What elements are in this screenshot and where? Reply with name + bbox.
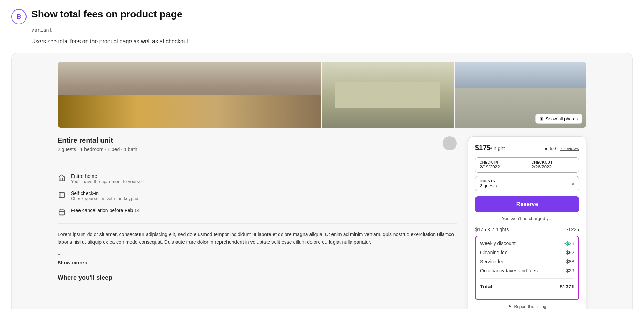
base-fee-label: $175 × 7 nights <box>475 227 509 232</box>
rating-separator: · <box>557 146 559 151</box>
checkout-field[interactable]: CHECKOUT 2/26/2022 <box>527 158 579 172</box>
date-fields[interactable]: CHECK-IN 2/19/2022 CHECKOUT 2/26/2022 <box>475 157 579 173</box>
rating-value: 5.0 <box>549 146 556 151</box>
variant-label: variant <box>31 27 633 33</box>
total-value: $1371 <box>560 284 574 289</box>
chevron-right-icon: › <box>85 260 87 265</box>
listing-info-left: Entire rental unit 2 guests · 1 bedroom … <box>58 136 443 159</box>
booking-card: $175 / night ★ 5.0 · 7 reviews CHECK-IN <box>468 136 586 309</box>
description-text: Lorem ipsum dolor sit amet, consectetur … <box>58 231 457 246</box>
description-ellipsis: ... <box>58 249 457 257</box>
occupancy-fee-row: Occupancy taxes and fees $29 <box>480 268 574 273</box>
where-sleep-title: Where you'll sleep <box>58 274 457 281</box>
guests-value: 2 guests <box>480 183 497 188</box>
occupancy-fee-label: Occupancy taxes and fees <box>480 268 538 273</box>
page-header: B Show total fees on product page <box>11 8 633 24</box>
page-description: Users see total fees on the product page… <box>31 38 633 45</box>
listing-left: Entire rental unit 2 guests · 1 bedroom … <box>58 136 457 309</box>
feature-cancellation-text: Free cancellation before Feb 14 <box>71 208 140 213</box>
checkin-field[interactable]: CHECK-IN 2/19/2022 <box>475 158 527 172</box>
description-block: Lorem ipsum dolor sit amet, consectetur … <box>58 223 457 266</box>
service-fee-label: Service fee <box>480 259 504 264</box>
checkin-icon <box>58 191 66 199</box>
rating-row: ★ 5.0 · 7 reviews <box>544 146 579 151</box>
listing-details-row: 2 guests · 1 bedroom · 1 bed · 1 bath <box>58 146 443 152</box>
checkout-value: 2/26/2022 <box>532 164 575 169</box>
listing-content: Entire rental unit 2 guests · 1 bedroom … <box>58 136 586 309</box>
cleaning-fee-label: Cleaning fee <box>480 250 508 255</box>
reserve-button[interactable]: Reserve <box>475 196 579 212</box>
service-fee-value: $83 <box>566 259 574 264</box>
listing-right: $175 / night ★ 5.0 · 7 reviews CHECK-IN <box>468 136 586 309</box>
base-fee-row: $175 × 7 nights $1225 <box>475 227 579 232</box>
report-listing-label: Report this listing <box>514 304 546 309</box>
guests-info: GUESTS 2 guests <box>480 179 497 188</box>
show-more-label: Show more <box>58 260 84 265</box>
photos-wrapper: ⊞ Show all photos <box>23 62 621 128</box>
listing-details-text: 2 guests · 1 bedroom · 1 bed · 1 bath <box>58 146 137 152</box>
feature-title-1: Self check-in <box>71 190 140 196</box>
weekly-discount-value: -$28 <box>564 241 574 246</box>
feature-list: Entire home You'll have the apartment to… <box>58 166 457 216</box>
feature-title-0: Entire home <box>71 173 144 179</box>
photo-building: ⊞ Show all photos <box>455 62 586 128</box>
occupancy-fee-value: $29 <box>566 268 574 273</box>
home-icon <box>58 174 66 182</box>
chevron-down-icon: ∨ <box>571 181 575 186</box>
fee-divider <box>480 278 574 279</box>
cleaning-fee-value: $62 <box>566 250 574 255</box>
feature-entire-home-text: Entire home You'll have the apartment to… <box>71 173 144 184</box>
reviews-link[interactable]: 7 reviews <box>560 146 579 151</box>
feature-cancellation: Free cancellation before Feb 14 <box>58 208 457 216</box>
checkin-value: 2/19/2022 <box>480 164 523 169</box>
report-listing-link[interactable]: ⚑ Report this listing <box>475 304 579 309</box>
svg-rect-0 <box>59 193 65 198</box>
preview-container: ⊞ Show all photos Entire rental unit 2 g… <box>11 53 633 309</box>
weekly-discount-label: Weekly discount <box>480 241 516 246</box>
highlighted-fees-box: Weekly discount -$28 Cleaning fee $62 Se… <box>475 236 579 300</box>
listing-type: Entire rental unit <box>58 136 443 144</box>
base-fee-value: $1225 <box>566 227 579 232</box>
brand-icon: B <box>11 9 27 24</box>
grid-icon: ⊞ <box>540 116 544 121</box>
cleaning-fee-row: Cleaning fee $62 <box>480 250 574 255</box>
feature-self-checkin-text: Self check-in Check yourself in with the… <box>71 190 140 201</box>
guests-label: GUESTS <box>480 179 497 183</box>
checkin-label: CHECK-IN <box>480 160 523 164</box>
no-charge-text: You won't be charged yet <box>475 216 579 221</box>
listing-header-row: Entire rental unit 2 guests · 1 bedroom … <box>58 136 457 159</box>
feature-title-2: Free cancellation before Feb 14 <box>71 208 140 213</box>
photo-living-room <box>58 62 321 128</box>
service-fee-row: Service fee $83 <box>480 259 574 264</box>
feature-sub-1: Check yourself in with the keypad. <box>71 196 140 201</box>
show-all-photos-label: Show all photos <box>546 116 578 121</box>
photos-strip: ⊞ Show all photos <box>58 62 586 128</box>
page-title: Show total fees on product page <box>31 8 182 20</box>
total-row: Total $1371 <box>480 284 574 289</box>
guests-field[interactable]: GUESTS 2 guests ∨ <box>475 176 579 191</box>
total-label: Total <box>480 284 492 289</box>
calendar-icon <box>58 208 66 216</box>
feature-self-checkin: Self check-in Check yourself in with the… <box>58 190 457 201</box>
price-value: $175 <box>475 144 491 152</box>
feature-sub-0: You'll have the apartment to yourself <box>71 179 144 184</box>
photo-kitchen <box>322 62 454 128</box>
star-icon: ★ <box>544 146 548 151</box>
weekly-discount-row: Weekly discount -$28 <box>480 241 574 246</box>
feature-entire-home: Entire home You'll have the apartment to… <box>58 173 457 184</box>
show-more-link[interactable]: Show more › <box>58 260 87 265</box>
svg-rect-2 <box>59 210 65 215</box>
show-all-photos-button[interactable]: ⊞ Show all photos <box>535 114 582 124</box>
host-avatar <box>443 136 457 150</box>
price-period: / night <box>491 145 505 151</box>
date-row: CHECK-IN 2/19/2022 CHECKOUT 2/26/2022 <box>475 158 579 172</box>
flag-icon: ⚑ <box>508 304 512 309</box>
checkout-label: CHECKOUT <box>532 160 575 164</box>
